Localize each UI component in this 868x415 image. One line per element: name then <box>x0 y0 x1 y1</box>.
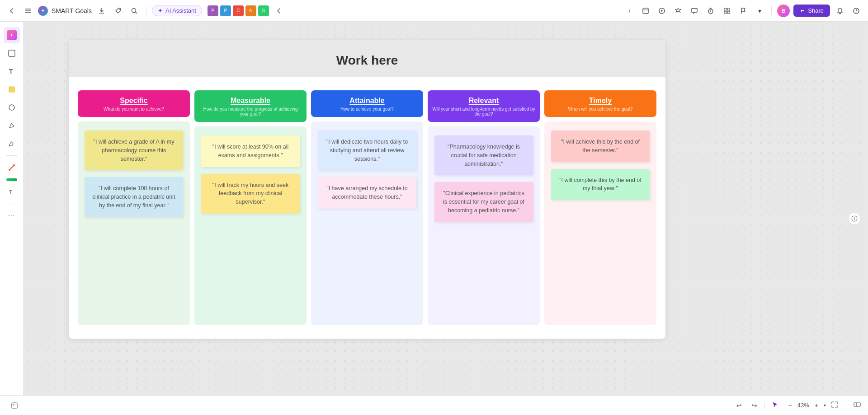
sidebar-text2-button[interactable]: T <box>4 184 20 200</box>
sidebar-pen-button[interactable] <box>4 117 20 134</box>
user-avatar: B <box>777 5 790 17</box>
sidebar-separator-1 <box>6 155 17 156</box>
play-icon[interactable] <box>656 5 668 17</box>
grid-icon[interactable] <box>721 5 733 17</box>
share-label: Share <box>808 7 824 14</box>
minimap-button[interactable] <box>7 400 22 411</box>
cursor-mode-button[interactable] <box>769 401 781 410</box>
zoom-in-button[interactable]: + <box>812 401 821 410</box>
bottom-bar-right: ↩ ↪ − 43% + ▾ <box>734 401 861 410</box>
app-icon-1: P <box>208 5 218 16</box>
whiteboard: Work here Specific What do you want to a… <box>69 40 665 339</box>
svg-point-3 <box>119 9 120 9</box>
menu-button[interactable] <box>22 5 34 17</box>
column-attainable-subtitle: How to achieve your goal? <box>316 107 419 112</box>
fit-view-button[interactable] <box>829 401 840 410</box>
board-title: Work here <box>78 53 656 68</box>
ai-star-icon: ✦ <box>158 7 163 14</box>
svg-point-20 <box>9 169 10 171</box>
toolbar-divider-1 <box>146 6 146 15</box>
note-attainable-2: "I have arranged my schedule to accommod… <box>318 177 416 209</box>
column-timely-body: "I will achieve this by the end of the s… <box>544 121 656 325</box>
forward-icon[interactable]: › <box>623 5 636 17</box>
zoom-dropdown-button[interactable]: ▾ <box>824 403 826 408</box>
app-icons: P P C N S <box>208 5 269 16</box>
fullscreen-button[interactable] <box>854 401 861 410</box>
note-specific-1: "I will achieve a grade of A in my pharm… <box>85 131 183 170</box>
column-timely: Timely When will you achieve the goal? "… <box>544 90 656 325</box>
ai-assistant-label: AI Assistant <box>165 7 196 14</box>
zoom-controls: − 43% + ▾ <box>786 401 840 410</box>
sidebar-sticky-button[interactable] <box>4 81 20 98</box>
flag-icon[interactable] <box>737 5 750 17</box>
notification-icon[interactable] <box>834 5 846 17</box>
share-button[interactable]: Share <box>793 5 830 17</box>
download-button[interactable] <box>95 5 108 17</box>
svg-point-18 <box>9 105 14 110</box>
svg-rect-9 <box>724 8 726 10</box>
svg-rect-12 <box>727 11 730 14</box>
smart-columns-container: Specific What do you want to achieve? "I… <box>78 90 656 325</box>
zoom-out-button[interactable]: − <box>786 401 795 410</box>
column-timely-header: Timely When will you achieve the goal? <box>544 90 656 117</box>
bottom-bar-left <box>7 400 22 411</box>
note-timely-1: "I will achieve this by the end of the s… <box>551 131 650 162</box>
svg-rect-15 <box>9 50 15 56</box>
column-specific-subtitle: What do you want to achieve? <box>82 107 185 112</box>
sidebar-shapes-button[interactable] <box>4 99 20 116</box>
column-measurable-subtitle: How do you measure the progress of achie… <box>199 107 302 117</box>
app-icon-2: P <box>220 5 231 16</box>
toolbar-divider-2 <box>771 6 772 15</box>
sidebar-color-indicator <box>6 178 17 181</box>
sidebar-frame-button[interactable] <box>4 45 20 61</box>
column-measurable: Measurable How do you measure the progre… <box>194 90 307 325</box>
svg-line-19 <box>9 165 14 170</box>
templates-icon[interactable] <box>639 5 652 17</box>
bottom-bar: ↩ ↪ − 43% + ▾ <box>0 395 868 415</box>
note-measurable-1: "I will score at least 90% on all exams … <box>201 135 300 167</box>
timer-icon[interactable] <box>704 5 717 17</box>
help-icon[interactable] <box>850 5 863 17</box>
sidebar-more-button[interactable]: ··· <box>4 208 20 224</box>
column-specific: Specific What do you want to achieve? "I… <box>78 90 190 325</box>
column-attainable-title: Attainable <box>316 97 419 105</box>
board-header: Work here <box>69 40 665 77</box>
app-icon-5: S <box>258 5 269 16</box>
more-options-icon[interactable]: ▾ <box>753 5 766 17</box>
svg-text:T: T <box>9 189 13 196</box>
ai-assistant-button[interactable]: ✦ AI Assistant <box>152 5 202 16</box>
main-canvas: Work here Specific What do you want to a… <box>24 22 868 415</box>
zoom-level: 43% <box>797 402 809 409</box>
column-measurable-header: Measurable How do you measure the progre… <box>194 90 307 122</box>
bottom-divider-2 <box>847 402 847 409</box>
svg-rect-17 <box>9 87 14 92</box>
search-button[interactable] <box>128 5 141 17</box>
column-specific-header: Specific What do you want to achieve? <box>78 90 190 117</box>
svg-point-21 <box>13 164 15 166</box>
sidebar-connect-button[interactable] <box>4 159 20 176</box>
tag-button[interactable] <box>112 5 124 17</box>
column-relevant-body: "Pharmacology knowledge is crucial for s… <box>428 126 540 325</box>
back-button[interactable] <box>5 5 18 17</box>
column-timely-subtitle: When will you achieve the goal? <box>549 107 652 112</box>
top-toolbar: ✦ SMART Goals ✦ AI Assistant P P C N S <box>0 0 868 22</box>
collapse-button[interactable] <box>273 5 285 17</box>
svg-rect-5 <box>643 8 648 14</box>
left-sidebar: ✦ T T ··· b <box>0 22 24 415</box>
redo-button[interactable]: ↪ <box>749 401 760 410</box>
column-relevant-subtitle: Will your short and long-term needs get … <box>432 107 535 117</box>
column-timely-title: Timely <box>549 97 652 105</box>
sidebar-home-button[interactable]: ✦ <box>4 27 20 43</box>
column-measurable-title: Measurable <box>199 97 302 105</box>
sidebar-text-button[interactable]: T <box>4 63 20 79</box>
note-timely-2: "I will complete this by the end of my f… <box>551 169 650 201</box>
settings-icon[interactable] <box>672 5 684 17</box>
zoom-divider <box>764 402 765 409</box>
note-relevant-1: "Pharmacology knowledge is crucial for s… <box>434 135 533 175</box>
document-title: SMART Goals <box>52 7 92 14</box>
sidebar-brush-button[interactable] <box>4 135 20 152</box>
undo-button[interactable]: ↩ <box>734 401 745 410</box>
column-attainable: Attainable How to achieve your goal? "I … <box>311 90 423 325</box>
chat-icon[interactable] <box>688 5 701 17</box>
info-icon[interactable] <box>848 212 861 225</box>
